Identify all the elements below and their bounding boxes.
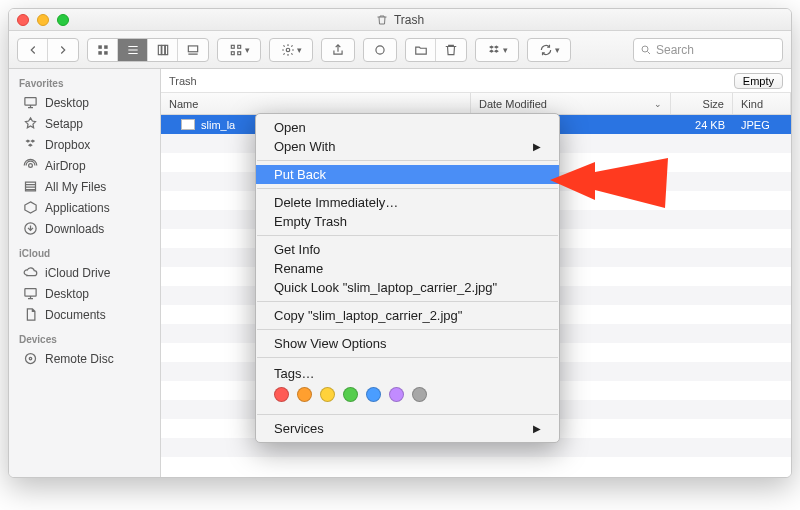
chevron-down-icon: ⌄ bbox=[654, 99, 662, 109]
ctx-separator bbox=[257, 414, 558, 415]
tag-blue-icon[interactable] bbox=[366, 387, 381, 402]
ctx-separator bbox=[257, 160, 558, 161]
ctx-put-back[interactable]: Put Back bbox=[256, 165, 559, 184]
gallery-view-button[interactable] bbox=[178, 39, 208, 61]
submenu-arrow-icon: ▶ bbox=[533, 423, 541, 434]
titlebar: Trash bbox=[9, 9, 791, 31]
col-kind[interactable]: Kind bbox=[733, 93, 791, 114]
submenu-arrow-icon: ▶ bbox=[533, 141, 541, 152]
tag-red-icon[interactable] bbox=[274, 387, 289, 402]
sidebar-item-desktop2[interactable]: Desktop bbox=[9, 283, 160, 304]
tag-gray-icon[interactable] bbox=[412, 387, 427, 402]
column-headers: Name Date Modified⌄ Size Kind bbox=[161, 93, 791, 115]
ctx-rename[interactable]: Rename bbox=[256, 259, 559, 278]
ctx-get-info[interactable]: Get Info bbox=[256, 240, 559, 259]
sidebar-item-downloads[interactable]: Downloads bbox=[9, 218, 160, 239]
minimize-icon[interactable] bbox=[37, 14, 49, 26]
file-size-cell: 24 KB bbox=[671, 119, 733, 131]
window-title: Trash bbox=[376, 13, 424, 27]
svg-point-12 bbox=[286, 48, 290, 52]
back-button[interactable] bbox=[18, 39, 48, 61]
sidebar-item-applications[interactable]: Applications bbox=[9, 197, 160, 218]
ctx-show-view-options[interactable]: Show View Options bbox=[256, 334, 559, 353]
action-button[interactable]: ▾ bbox=[269, 38, 313, 62]
ctx-delete-immediately[interactable]: Delete Immediately… bbox=[256, 193, 559, 212]
svg-rect-10 bbox=[231, 51, 234, 54]
search-input[interactable]: Search bbox=[633, 38, 783, 62]
ctx-open-with[interactable]: Open With▶ bbox=[256, 137, 559, 156]
window-title-text: Trash bbox=[394, 13, 424, 27]
col-date[interactable]: Date Modified⌄ bbox=[471, 93, 671, 114]
sidebar-item-desktop[interactable]: Desktop bbox=[9, 92, 160, 113]
col-name[interactable]: Name bbox=[161, 93, 471, 114]
svg-rect-7 bbox=[188, 45, 197, 51]
svg-point-20 bbox=[26, 354, 36, 364]
sidebar-item-remotedisc[interactable]: Remote Disc bbox=[9, 348, 160, 369]
new-folder-button[interactable] bbox=[406, 39, 436, 61]
arrange-button[interactable]: ▾ bbox=[217, 38, 261, 62]
col-size[interactable]: Size bbox=[671, 93, 733, 114]
svg-rect-5 bbox=[161, 45, 164, 54]
ctx-services[interactable]: Services▶ bbox=[256, 419, 559, 438]
ctx-quick-look[interactable]: Quick Look "slim_laptop_carrier_2.jpg" bbox=[256, 278, 559, 297]
sidebar-section-favorites: Favorites bbox=[9, 69, 160, 92]
sidebar-item-allmyfiles[interactable]: All My Files bbox=[9, 176, 160, 197]
maximize-icon[interactable] bbox=[57, 14, 69, 26]
annotation-arrow bbox=[550, 148, 670, 222]
ctx-open[interactable]: Open bbox=[256, 118, 559, 137]
svg-rect-2 bbox=[98, 51, 102, 55]
ctx-empty-trash[interactable]: Empty Trash bbox=[256, 212, 559, 231]
tag-color-row bbox=[274, 387, 541, 402]
svg-rect-1 bbox=[104, 45, 108, 49]
svg-rect-15 bbox=[25, 98, 36, 106]
tag-yellow-icon[interactable] bbox=[320, 387, 335, 402]
delete-button[interactable] bbox=[436, 39, 466, 61]
svg-rect-6 bbox=[165, 45, 167, 54]
svg-rect-0 bbox=[98, 45, 102, 49]
pathbar: Trash Empty bbox=[161, 69, 791, 93]
ctx-tags-section: Tags… bbox=[256, 362, 559, 410]
sidebar-item-documents[interactable]: Documents bbox=[9, 304, 160, 325]
close-icon[interactable] bbox=[17, 14, 29, 26]
toolbar: ▾ ▾ ▾ ▾ Search bbox=[9, 31, 791, 69]
dropbox-button[interactable]: ▾ bbox=[475, 38, 519, 62]
context-menu: Open Open With▶ Put Back Delete Immediat… bbox=[255, 113, 560, 443]
list-view-button[interactable] bbox=[118, 39, 148, 61]
share-button[interactable] bbox=[321, 38, 355, 62]
file-icon bbox=[181, 119, 195, 130]
svg-rect-4 bbox=[158, 45, 161, 54]
ctx-separator bbox=[257, 357, 558, 358]
ctx-separator bbox=[257, 235, 558, 236]
column-view-button[interactable] bbox=[148, 39, 178, 61]
svg-rect-9 bbox=[237, 45, 240, 48]
svg-rect-11 bbox=[237, 51, 240, 54]
tag-orange-icon[interactable] bbox=[297, 387, 312, 402]
sidebar-section-icloud: iCloud bbox=[9, 239, 160, 262]
svg-marker-22 bbox=[550, 158, 668, 208]
sidebar: Favorites Desktop Setapp Dropbox AirDrop… bbox=[9, 69, 161, 477]
tags-button[interactable] bbox=[363, 38, 397, 62]
tag-green-icon[interactable] bbox=[343, 387, 358, 402]
sidebar-item-dropbox[interactable]: Dropbox bbox=[9, 134, 160, 155]
sidebar-item-airdrop[interactable]: AirDrop bbox=[9, 155, 160, 176]
ctx-copy[interactable]: Copy "slim_laptop_carrier_2.jpg" bbox=[256, 306, 559, 325]
svg-point-16 bbox=[29, 164, 33, 168]
forward-button[interactable] bbox=[48, 39, 78, 61]
svg-rect-3 bbox=[104, 51, 108, 55]
svg-rect-19 bbox=[25, 289, 36, 297]
file-kind-cell: JPEG bbox=[733, 119, 791, 131]
icon-view-button[interactable] bbox=[88, 39, 118, 61]
ctx-separator bbox=[257, 329, 558, 330]
sidebar-item-iclouddrive[interactable]: iCloud Drive bbox=[9, 262, 160, 283]
sidebar-section-devices: Devices bbox=[9, 325, 160, 348]
view-switcher bbox=[87, 38, 209, 62]
ctx-separator bbox=[257, 301, 558, 302]
tag-purple-icon[interactable] bbox=[389, 387, 404, 402]
sidebar-item-setapp[interactable]: Setapp bbox=[9, 113, 160, 134]
traffic-lights bbox=[17, 14, 69, 26]
trash-icon bbox=[376, 13, 388, 27]
sync-button[interactable]: ▾ bbox=[527, 38, 571, 62]
ctx-tags[interactable]: Tags… bbox=[274, 366, 541, 381]
empty-button[interactable]: Empty bbox=[734, 73, 783, 89]
folder-actions bbox=[405, 38, 467, 62]
